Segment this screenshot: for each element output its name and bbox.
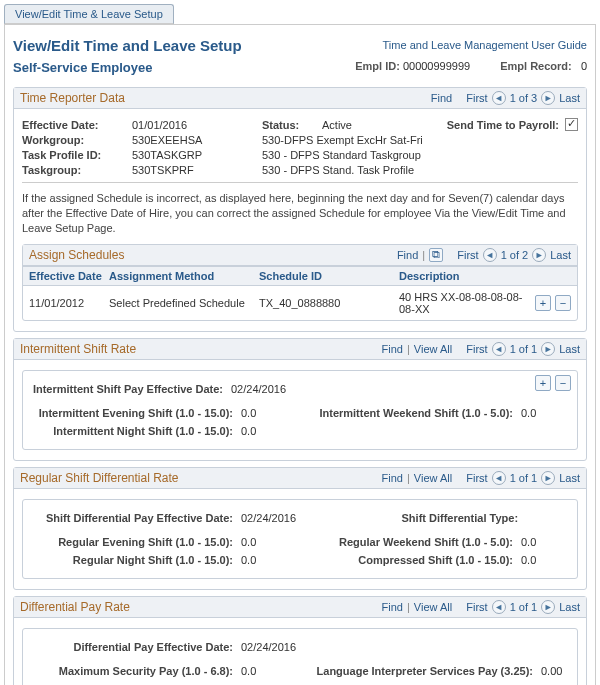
status-value: Active	[322, 119, 402, 131]
trd-last-label[interactable]: Last	[559, 92, 580, 104]
section-title-time-reporter: Time Reporter Data	[20, 91, 431, 105]
trd-find-link[interactable]: Find	[431, 92, 452, 104]
int-viewall-link[interactable]: View All	[414, 343, 452, 355]
workgroup-desc: 530-DFPS Exempt ExcHr Sat-Fri	[262, 134, 423, 146]
reg-eff-label: Shift Differential Pay Effective Date:	[31, 512, 241, 524]
col-method[interactable]: Assignment Method	[109, 270, 259, 282]
trd-counter: 1 of 3	[510, 92, 538, 104]
col-eff-date[interactable]: Effective Date	[29, 270, 109, 282]
reg-next-icon[interactable]: ►	[541, 471, 555, 485]
empl-record-value: 0	[581, 60, 587, 72]
task-profile-label: Task Profile ID:	[22, 149, 132, 161]
reg-last-label[interactable]: Last	[559, 472, 580, 484]
int-counter: 1 of 1	[510, 343, 538, 355]
reg-counter: 1 of 1	[510, 472, 538, 484]
trd-first-label[interactable]: First	[466, 92, 487, 104]
row-add-button[interactable]: +	[535, 295, 551, 311]
int-night-label: Intermittent Night Shift (1.0 - 15.0):	[31, 425, 241, 437]
int-evening-val: 0.0	[241, 407, 291, 419]
empl-record-label: Empl Record:	[500, 60, 572, 72]
empl-id-label: Empl ID:	[355, 60, 400, 72]
dp-prev-icon[interactable]: ◄	[492, 600, 506, 614]
user-guide-link[interactable]: Time and Leave Management User Guide	[383, 39, 587, 51]
section-title-diffpay: Differential Pay Rate	[20, 600, 382, 614]
dp-eff-date: 02/24/2016	[241, 641, 296, 653]
dp-counter: 1 of 1	[510, 601, 538, 613]
int-find-link[interactable]: Find	[382, 343, 403, 355]
reg-type-label: Shift Differential Type:	[306, 512, 526, 524]
taskgroup-label: Taskgroup:	[22, 164, 132, 176]
as-counter: 1 of 2	[501, 249, 529, 261]
reg-find-link[interactable]: Find	[382, 472, 403, 484]
int-first-label[interactable]: First	[466, 343, 487, 355]
as-first-label[interactable]: First	[457, 249, 478, 261]
section-title-intermittent: Intermittent Shift Rate	[20, 342, 382, 356]
dp-find-link[interactable]: Find	[382, 601, 403, 613]
col-desc[interactable]: Description	[399, 270, 527, 282]
int-eff-date: 02/24/2016	[231, 383, 286, 395]
row-sched: TX_40_0888880	[259, 297, 399, 309]
tab-view-edit[interactable]: View/Edit Time & Leave Setup	[4, 4, 174, 24]
reg-evening-label: Regular Evening Shift (1.0 - 15.0):	[31, 536, 241, 548]
int-evening-label: Intermittent Evening Shift (1.0 - 15.0):	[31, 407, 241, 419]
reg-first-label[interactable]: First	[466, 472, 487, 484]
int-last-label[interactable]: Last	[559, 343, 580, 355]
empl-id-value: 00000999999	[403, 60, 470, 72]
as-next-icon[interactable]: ►	[532, 248, 546, 262]
int-night-val: 0.0	[241, 425, 291, 437]
section-title-assign-schedules: Assign Schedules	[29, 248, 397, 262]
int-weekend-val: 0.0	[521, 407, 571, 419]
trd-next-icon[interactable]: ►	[541, 91, 555, 105]
dp-next-icon[interactable]: ►	[541, 600, 555, 614]
dp-last-label[interactable]: Last	[559, 601, 580, 613]
int-weekend-label: Intermittent Weekend Shift (1.0 - 5.0):	[301, 407, 521, 419]
dp-lang-val: 0.00	[541, 665, 591, 677]
reg-night-val: 0.0	[241, 554, 291, 566]
section-title-regular: Regular Shift Differential Rate	[20, 471, 382, 485]
dp-lang-label: Language Interpreter Services Pay (3.25)…	[301, 665, 541, 677]
reg-weekend-label: Regular Weekend Shift (1.0 - 5.0):	[301, 536, 521, 548]
row-date: 11/01/2012	[29, 297, 109, 309]
taskgroup-value: 530TSKPRF	[132, 164, 194, 176]
status-label: Status:	[262, 119, 322, 131]
row-desc: 40 HRS XX-08-08-08-08-08-XX	[399, 291, 527, 315]
taskgroup-desc: 530 - DFPS Stand. Task Profile	[262, 164, 414, 176]
int-eff-label: Intermittent Shift Pay Effective Date:	[31, 383, 231, 395]
trd-prev-icon[interactable]: ◄	[492, 91, 506, 105]
reg-eff-date: 02/24/2016	[241, 512, 296, 524]
reg-prev-icon[interactable]: ◄	[492, 471, 506, 485]
dp-maxsec-val: 0.0	[241, 665, 291, 677]
int-add-button[interactable]: +	[535, 375, 551, 391]
reg-evening-val: 0.0	[241, 536, 291, 548]
sub-title: Self-Service Employee	[13, 60, 152, 75]
task-profile-desc: 530 - DFPS Standard Taskgroup	[262, 149, 421, 161]
as-popout-icon[interactable]: ⧉	[429, 248, 443, 262]
reg-weekend-val: 0.0	[521, 536, 571, 548]
page-title: View/Edit Time and Leave Setup	[13, 37, 242, 54]
reg-night-label: Regular Night Shift (1.0 - 15.0):	[31, 554, 241, 566]
reg-compressed-label: Compressed Shift (1.0 - 15.0):	[301, 554, 521, 566]
table-row: 11/01/2012 Select Predefined Schedule TX…	[23, 286, 577, 320]
workgroup-label: Workgroup:	[22, 134, 132, 146]
send-payroll-checkbox[interactable]	[565, 118, 578, 131]
dp-eff-label: Differential Pay Effective Date:	[31, 641, 241, 653]
dp-viewall-link[interactable]: View All	[414, 601, 452, 613]
col-sched[interactable]: Schedule ID	[259, 270, 399, 282]
send-payroll-label: Send Time to Payroll:	[402, 119, 565, 131]
as-last-label[interactable]: Last	[550, 249, 571, 261]
as-find-link[interactable]: Find	[397, 249, 418, 261]
schedule-note: If the assigned Schedule is incorrect, a…	[22, 191, 578, 236]
dp-first-label[interactable]: First	[466, 601, 487, 613]
row-remove-button[interactable]: −	[555, 295, 571, 311]
workgroup-value: 530EXEEHSA	[132, 134, 202, 146]
reg-viewall-link[interactable]: View All	[414, 472, 452, 484]
eff-date-value: 01/01/2016	[132, 119, 187, 131]
eff-date-label: Effective Date:	[22, 119, 132, 131]
as-prev-icon[interactable]: ◄	[483, 248, 497, 262]
int-next-icon[interactable]: ►	[541, 342, 555, 356]
reg-compressed-val: 0.0	[521, 554, 571, 566]
task-profile-value: 530TASKGRP	[132, 149, 202, 161]
int-remove-button[interactable]: −	[555, 375, 571, 391]
row-method: Select Predefined Schedule	[109, 297, 259, 309]
int-prev-icon[interactable]: ◄	[492, 342, 506, 356]
